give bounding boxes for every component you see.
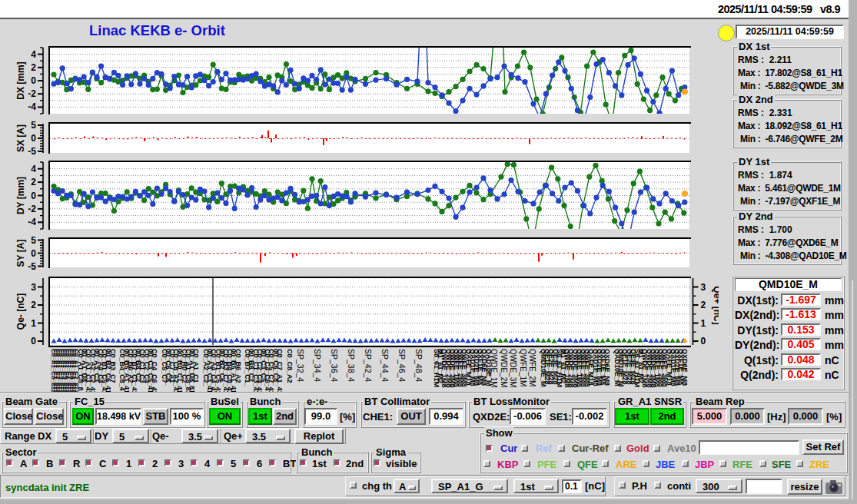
- svg-text:C0_B6_A2: C0_B6_A2: [234, 349, 242, 383]
- svg-text:QWDE_1M: QWDE_1M: [490, 349, 498, 388]
- svg-text:5: 5: [31, 235, 36, 246]
- svg-text:SP_44_4: SP_44_4: [380, 349, 390, 382]
- svg-text:SP_46_4: SP_46_4: [397, 349, 407, 382]
- svg-text:4: 4: [31, 49, 36, 60]
- svg-text:2: 2: [31, 177, 36, 187]
- svg-text:-2: -2: [28, 88, 36, 99]
- svg-text:-4: -4: [28, 217, 36, 227]
- svg-text:C0_C8_A2: C0_C8_A2: [286, 349, 294, 383]
- svg-text:DY [mm]: DY [mm]: [15, 177, 26, 214]
- svg-text:0: 0: [31, 191, 36, 201]
- svg-text:C0_C7_A1_41_: C0_C7_A1_41_: [276, 349, 284, 393]
- svg-text:1: 1: [701, 318, 706, 329]
- svg-text:0: 0: [701, 336, 706, 346]
- svg-text:0: 0: [31, 336, 36, 346]
- svg-text:C0_A1_C1: C0_A1_C1: [192, 349, 200, 383]
- svg-text:5: 5: [31, 120, 36, 131]
- svg-text:1: 1: [31, 318, 36, 329]
- svg-text:C0_C4_C6_41: C0_C4_C6_41: [151, 349, 158, 393]
- svg-text:SP_38_4: SP_38_4: [347, 349, 356, 382]
- svg-text:0: 0: [31, 248, 36, 259]
- svg-text:SP_32_4: SP_32_4: [296, 349, 305, 382]
- svg-text:SP_34_4: SP_34_4: [313, 349, 322, 382]
- svg-text:0: 0: [31, 133, 36, 144]
- svg-text:DX [mm]: DX [mm]: [15, 61, 26, 99]
- svg-text:2: 2: [31, 62, 36, 73]
- svg-text:QXD6E_M8: QXD6E_M8: [681, 349, 689, 386]
- svg-text:QWDE_2M: QWDE_2M: [500, 349, 508, 388]
- svg-text:3: 3: [701, 282, 706, 293]
- svg-text:QXD6E_M8: QXD6E_M8: [603, 349, 611, 386]
- svg-text:2: 2: [701, 300, 706, 310]
- svg-text:Qe- [nC]: Qe- [nC]: [15, 293, 26, 330]
- svg-text:SX [A]: SX [A]: [15, 124, 26, 152]
- svg-text:-5: -5: [28, 261, 36, 272]
- svg-text:2: 2: [31, 300, 36, 310]
- svg-text:SP_36_4: SP_36_4: [330, 349, 339, 382]
- svg-text:-4: -4: [28, 101, 36, 112]
- svg-text:Qe+ [nC]: Qe+ [nC]: [712, 286, 719, 324]
- svg-text:QWFE_2M: QWFE_2M: [528, 349, 536, 386]
- svg-text:C0_B3_C7: C0_B3_C7: [109, 349, 117, 383]
- svg-text:0: 0: [31, 75, 36, 86]
- svg-text:SY [A]: SY [A]: [15, 240, 26, 267]
- svg-text:4: 4: [31, 164, 36, 174]
- svg-text:-5: -5: [28, 146, 36, 157]
- svg-text:QWFE_1M: QWFE_1M: [519, 349, 527, 386]
- svg-text:QWDE_3M: QWDE_3M: [509, 349, 517, 388]
- svg-text:SP_48_4: SP_48_4: [414, 349, 424, 382]
- svg-text:SP_42_4: SP_42_4: [364, 349, 373, 382]
- svg-text:3: 3: [31, 282, 36, 293]
- svg-text:-2: -2: [28, 204, 36, 214]
